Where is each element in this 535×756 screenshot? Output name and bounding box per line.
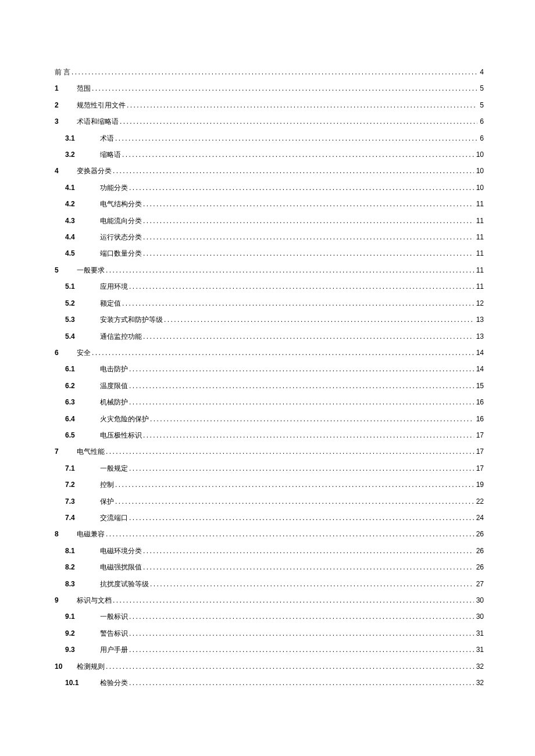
- toc-leader-dots: [128, 278, 474, 295]
- toc-entry: 4.1功能分类10: [55, 180, 484, 196]
- toc-entry-title: 电气结构分类: [100, 196, 142, 212]
- toc-entry-number: 3.2: [65, 146, 81, 163]
- toc-entry-title: 保护: [100, 493, 114, 510]
- toc-entry-number: 4.1: [65, 180, 81, 196]
- toc-entry: 5.2额定值12: [55, 295, 484, 311]
- toc-entry-page: 4: [477, 64, 484, 80]
- toc-entry-number: 9: [55, 592, 64, 608]
- toc-entry-page: 11: [474, 213, 484, 229]
- toc-entry: 7.2控制19: [55, 476, 484, 493]
- toc-leader-dots: [91, 80, 477, 96]
- toc-entry-number: 10: [55, 658, 64, 675]
- toc-entry-number: 2: [55, 97, 64, 113]
- toc-entry-number: 3.1: [65, 130, 81, 146]
- toc-entry-title: 安装方式和防护等级: [100, 311, 163, 328]
- toc-leader-dots: [105, 658, 474, 675]
- toc-entry-title: 电压极性标识: [100, 427, 142, 443]
- toc-entry-title: 电气性能: [77, 443, 105, 460]
- toc-leader-dots: [149, 411, 474, 427]
- toc-entry-title: 抗扰度试验等级: [100, 576, 149, 592]
- toc-entry-title: 范围: [77, 80, 91, 96]
- toc-entry-page: 26: [474, 559, 484, 575]
- toc-entry-page: 26: [474, 543, 484, 559]
- toc-entry-title: 警告标识: [100, 625, 128, 642]
- toc-entry-page: 11: [474, 196, 484, 212]
- toc-entry: 9.2警告标识31: [55, 625, 484, 642]
- toc-entry-number: 5.4: [65, 328, 81, 345]
- toc-leader-dots: [114, 476, 474, 493]
- toc-entry: 6安全14: [55, 345, 484, 361]
- toc-entry: 5一般要求11: [55, 262, 484, 278]
- toc-entry: 前 言4: [55, 64, 484, 80]
- toc-entry: 9标识与文档30: [55, 592, 484, 608]
- toc-leader-dots: [105, 526, 474, 542]
- toc-entry-page: 17: [474, 460, 484, 476]
- toc-entry-page: 22: [474, 493, 484, 510]
- toc-entry-page: 19: [474, 476, 484, 493]
- toc-leader-dots: [112, 592, 474, 608]
- toc-leader-dots: [126, 97, 477, 113]
- toc-leader-dots: [114, 130, 477, 146]
- toc-entry-number: 7.3: [65, 493, 81, 510]
- toc-entry-page: 11: [474, 262, 484, 278]
- toc-entry-number: 6.4: [65, 411, 81, 427]
- toc-entry: 7.3保护22: [55, 493, 484, 510]
- toc-entry-page: 30: [474, 608, 484, 625]
- toc-entry-page: 14: [474, 345, 484, 361]
- toc-entry-page: 10: [474, 163, 484, 179]
- toc-entry-number: 5.2: [65, 295, 81, 311]
- toc-entry: 7电气性能17: [55, 443, 484, 460]
- toc-entry-title: 电磁环境分类: [100, 543, 142, 559]
- toc-entry-page: 12: [474, 295, 484, 311]
- toc-entry: 8.1电磁环境分类26: [55, 543, 484, 559]
- toc-entry-number: 4.4: [65, 229, 81, 245]
- toc-entry: 10检测规则32: [55, 658, 484, 675]
- toc-entry: 6.1电击防护14: [55, 361, 484, 377]
- toc-leader-dots: [128, 460, 474, 476]
- toc-entry-number: 8.1: [65, 543, 81, 559]
- toc-entry-title: 控制: [100, 476, 114, 493]
- toc-entry-title: 应用环境: [100, 278, 128, 295]
- toc-entry-number: 4.3: [65, 213, 81, 229]
- toc-leader-dots: [128, 625, 474, 642]
- toc-entry-number: 8.3: [65, 576, 81, 592]
- toc-entry-page: 10: [474, 146, 484, 163]
- toc-entry-page: 30: [474, 592, 484, 608]
- toc-entry-title: 机械防护: [100, 394, 128, 410]
- toc-entry-page: 13: [474, 328, 484, 345]
- toc-entry-title: 电击防护: [100, 361, 128, 377]
- toc-entry-title: 额定值: [100, 295, 121, 311]
- toc-leader-dots: [163, 311, 474, 328]
- toc-entry-title: 缩略语: [100, 146, 121, 163]
- toc-leader-dots: [142, 559, 474, 575]
- toc-leader-dots: [114, 493, 474, 510]
- toc-entry-number: 5.1: [65, 278, 81, 295]
- toc-entry: 9.3用户手册31: [55, 642, 484, 658]
- toc-entry-title: 检测规则: [77, 658, 105, 675]
- toc-entry-page: 5: [477, 97, 484, 113]
- toc-leader-dots: [142, 245, 474, 261]
- toc-leader-dots: [119, 113, 477, 130]
- toc-entry-title: 一般标识: [100, 608, 128, 625]
- toc-entry-title: 运行状态分类: [100, 229, 142, 245]
- toc-entry-title: 通信监控功能: [100, 328, 142, 345]
- toc-entry-title: 安全: [77, 345, 91, 361]
- toc-entry-page: 26: [474, 526, 484, 542]
- toc-leader-dots: [121, 295, 474, 311]
- toc-entry-page: 24: [474, 510, 484, 526]
- toc-leader-dots: [121, 146, 474, 163]
- toc-entry-number: 8: [55, 526, 64, 542]
- toc-entry-page: 16: [474, 394, 484, 410]
- toc-entry-title: 电能流向分类: [100, 213, 142, 229]
- toc-entry: 5.4通信监控功能13: [55, 328, 484, 345]
- toc-entry-number: 7: [55, 443, 64, 460]
- toc-entry: 4.2电气结构分类11: [55, 196, 484, 212]
- toc-entry-title: 用户手册: [100, 642, 128, 658]
- toc-entry-title: 功能分类: [100, 180, 128, 196]
- toc-entry-page: 10: [474, 180, 484, 196]
- toc-entry-page: 11: [474, 278, 484, 295]
- toc-entry-page: 11: [474, 229, 484, 245]
- toc-entry-number: 6: [55, 345, 64, 361]
- toc-entry-title: 交流端口: [100, 510, 128, 526]
- toc-entry-page: 32: [474, 675, 484, 691]
